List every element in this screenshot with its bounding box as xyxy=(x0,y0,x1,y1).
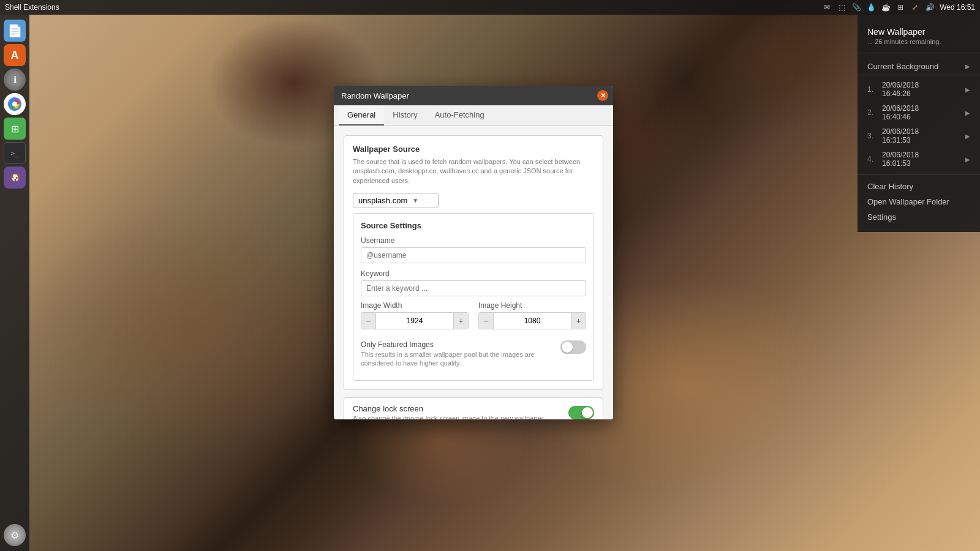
app-title: Shell Extensions xyxy=(5,3,59,12)
desktop: Shell Extensions ✉ ⬚ 📎 💧 ☕ ⊞ ⤢ 🔊 Wed 16:… xyxy=(0,0,980,551)
change-lock-screen-desc: Also change the gnome lock screen image … xyxy=(353,414,568,419)
open-wallpaper-folder-button[interactable]: Open Wallpaper Folder xyxy=(858,194,980,209)
dock-item-terminal[interactable]: >_ xyxy=(4,142,26,164)
only-featured-desc: This results in a smaller wallpaper pool… xyxy=(361,350,556,368)
history-item-1-chevron-icon: ▶ xyxy=(965,86,970,93)
dialog-title: Random Wallpaper xyxy=(341,91,409,100)
terminal-icon: >_ xyxy=(10,149,18,157)
history-item-2[interactable]: 2. 20/06/2018 16:40:46 ▶ xyxy=(858,101,980,124)
email-icon: ✉ xyxy=(822,2,832,12)
new-wallpaper-section: New Wallpaper ... 26 minutes remaining. xyxy=(858,22,980,53)
source-settings-title: Source Settings xyxy=(361,221,586,230)
history-item-4-datetime: 20/06/2018 16:01:53 xyxy=(877,151,965,168)
close-icon: ✕ xyxy=(600,92,606,100)
volume-icon: 🔊 xyxy=(925,2,935,12)
image-height-decrement-button[interactable]: − xyxy=(479,313,494,329)
current-background-item[interactable]: Current Background ▶ xyxy=(858,58,980,75)
dropdown-arrow-icon: ▼ xyxy=(412,197,418,204)
keyword-label: Keyword xyxy=(361,269,586,278)
dock-item-software[interactable]: A xyxy=(4,44,26,66)
history-item-3-datetime: 20/06/2018 16:31:53 xyxy=(877,127,965,144)
image-width-decrement-button[interactable]: − xyxy=(361,313,376,329)
dock-item-appgrid[interactable]: ⊞ xyxy=(4,118,26,140)
dialog-titlebar: Random Wallpaper ✕ xyxy=(334,86,613,105)
history-item-3-chevron-icon: ▶ xyxy=(965,133,970,140)
image-width-field: Image Width − 1924 + xyxy=(361,301,469,329)
image-width-label: Image Width xyxy=(361,301,469,310)
username-label: Username xyxy=(361,236,586,245)
history-item-3-num: 3. xyxy=(867,132,877,140)
new-wallpaper-title: New Wallpaper xyxy=(867,27,970,37)
grid-icon: ⊞ xyxy=(895,2,905,12)
keyword-input[interactable] xyxy=(361,280,586,296)
tab-history[interactable]: History xyxy=(384,105,426,126)
expand-icon: ⤢ xyxy=(910,2,920,12)
datetime-display: Wed 16:51 xyxy=(940,3,975,12)
dock-item-settings[interactable]: ⚙ xyxy=(4,524,26,546)
only-featured-row: Only Featured Images This results in a s… xyxy=(361,335,586,373)
panel-settings-button[interactable]: Settings xyxy=(858,209,980,225)
username-input[interactable] xyxy=(361,247,586,263)
image-height-field: Image Height − 1080 + xyxy=(478,301,586,329)
change-lock-screen-toggle[interactable] xyxy=(568,406,594,419)
panel-divider xyxy=(858,174,980,175)
image-width-value: 1924 xyxy=(376,314,453,328)
clip-icon: 📎 xyxy=(851,2,861,12)
only-featured-toggle-knob xyxy=(562,342,573,353)
history-item-2-num: 2. xyxy=(867,108,877,117)
wallpaper-source-section: Wallpaper Source The source that is used… xyxy=(344,135,603,390)
gimp-icon: 🐶 xyxy=(10,173,20,182)
new-wallpaper-subtitle: ... 26 minutes remaining. xyxy=(867,38,970,45)
wallpaper-source-desc: The source that is used to fetch random … xyxy=(353,157,594,186)
change-lock-screen-title: Change lock screen xyxy=(353,404,568,413)
image-height-label: Image Height xyxy=(478,301,586,310)
only-featured-toggle[interactable] xyxy=(560,340,586,354)
dock: 📄 A ℹ ⊞ >_ 🐶 ⚙ xyxy=(0,15,29,551)
chrome-icon xyxy=(8,97,21,111)
tab-general[interactable]: General xyxy=(339,105,384,126)
history-item-4[interactable]: 4. 20/06/2018 16:01:53 ▶ xyxy=(858,148,980,171)
tab-auto-fetching[interactable]: Auto-Fetching xyxy=(426,105,493,126)
wallpaper-source-title: Wallpaper Source xyxy=(353,144,594,154)
history-item-3[interactable]: 3. 20/06/2018 16:31:53 ▶ xyxy=(858,124,980,148)
history-item-1-num: 1. xyxy=(867,85,877,94)
appgrid-icon: ⊞ xyxy=(11,123,19,135)
history-list: 1. 20/06/2018 16:46:26 ▶ 2. 20/06/2018 1… xyxy=(858,78,980,171)
dock-item-gimp[interactable]: 🐶 xyxy=(4,167,26,189)
dock-item-chrome[interactable] xyxy=(4,93,26,115)
dialog: Random Wallpaper ✕ General History Auto-… xyxy=(334,86,613,419)
history-item-1-datetime: 20/06/2018 16:46:26 xyxy=(877,81,965,98)
screen-icon: ⬚ xyxy=(837,2,846,12)
source-settings-box: Source Settings Username Keyword Image W… xyxy=(353,213,594,381)
history-item-2-datetime: 20/06/2018 16:40:46 xyxy=(877,104,965,121)
settings-icon: ⚙ xyxy=(10,530,19,541)
change-lock-screen-row: Change lock screen Also change the gnome… xyxy=(344,397,603,419)
only-featured-title: Only Featured Images xyxy=(361,340,556,349)
clear-history-button[interactable]: Clear History xyxy=(858,179,980,194)
history-item-2-chevron-icon: ▶ xyxy=(965,110,970,116)
history-item-4-num: 4. xyxy=(867,155,877,163)
dock-item-system[interactable]: ℹ xyxy=(4,69,26,91)
current-background-label: Current Background xyxy=(867,62,938,71)
dialog-content: Wallpaper Source The source that is used… xyxy=(334,126,613,419)
history-item-4-chevron-icon: ▶ xyxy=(965,156,970,163)
drop-icon: 💧 xyxy=(866,2,876,12)
system-icon: ℹ xyxy=(13,75,17,84)
change-lock-screen-knob xyxy=(582,407,593,418)
right-panel: New Wallpaper ... 26 minutes remaining. … xyxy=(858,15,980,232)
current-background-chevron-icon: ▶ xyxy=(965,63,970,70)
source-dropdown[interactable]: unsplash.com ▼ xyxy=(353,193,439,208)
source-dropdown-value: unsplash.com xyxy=(358,196,407,205)
image-height-increment-button[interactable]: + xyxy=(571,313,586,329)
image-height-value: 1080 xyxy=(494,314,571,328)
dock-item-files[interactable]: 📄 xyxy=(4,20,26,42)
coffee-icon: ☕ xyxy=(881,2,891,12)
dialog-close-button[interactable]: ✕ xyxy=(597,90,608,101)
topbar: Shell Extensions ✉ ⬚ 📎 💧 ☕ ⊞ ⤢ 🔊 Wed 16:… xyxy=(0,0,980,15)
software-icon: A xyxy=(11,49,19,62)
history-item-1[interactable]: 1. 20/06/2018 16:46:26 ▶ xyxy=(858,78,980,101)
image-width-increment-button[interactable]: + xyxy=(453,313,468,329)
dialog-tabs: General History Auto-Fetching xyxy=(334,105,613,126)
topbar-right: ✉ ⬚ 📎 💧 ☕ ⊞ ⤢ 🔊 Wed 16:51 xyxy=(822,2,975,12)
